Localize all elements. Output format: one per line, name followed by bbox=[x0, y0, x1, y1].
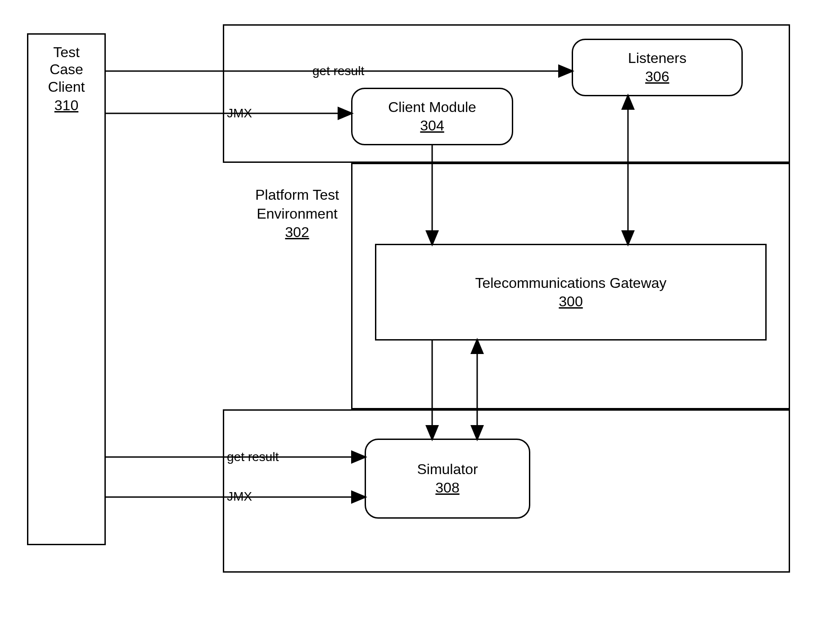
edge-label-get-result-top: get result bbox=[311, 64, 366, 78]
platform-env-title: Platform Test Environment bbox=[255, 187, 339, 222]
telecom-gateway-title: Telecommunications Gateway bbox=[475, 275, 666, 291]
edge-label-get-result-bottom: get result bbox=[225, 450, 280, 464]
listeners-ref: 306 bbox=[645, 68, 669, 85]
edge-label-jmx-bottom: JMX bbox=[225, 489, 254, 504]
platform-env-label: Platform Test Environment 302 bbox=[243, 186, 351, 242]
listeners-title: Listeners bbox=[628, 50, 686, 67]
client-module-title: Client Module bbox=[388, 99, 476, 116]
client-module-ref: 304 bbox=[420, 117, 444, 134]
telecom-gateway-box: Telecommunications Gateway 300 bbox=[375, 244, 767, 341]
simulator-title: Simulator bbox=[417, 461, 478, 478]
edge-label-jmx-top: JMX bbox=[225, 106, 254, 121]
client-module-box: Client Module 304 bbox=[351, 88, 513, 145]
test-case-client-ref: 310 bbox=[54, 97, 78, 114]
diagram-canvas: Test Case Client 310 Listeners 306 Clien… bbox=[0, 0, 840, 632]
platform-env-ref: 302 bbox=[285, 224, 309, 240]
test-case-client-box: Test Case Client 310 bbox=[27, 33, 106, 545]
telecom-gateway-ref: 300 bbox=[559, 293, 583, 310]
simulator-box: Simulator 308 bbox=[365, 439, 530, 519]
test-case-client-title: Test Case Client bbox=[48, 44, 85, 95]
simulator-ref: 308 bbox=[435, 480, 459, 496]
listeners-box: Listeners 306 bbox=[572, 39, 743, 96]
